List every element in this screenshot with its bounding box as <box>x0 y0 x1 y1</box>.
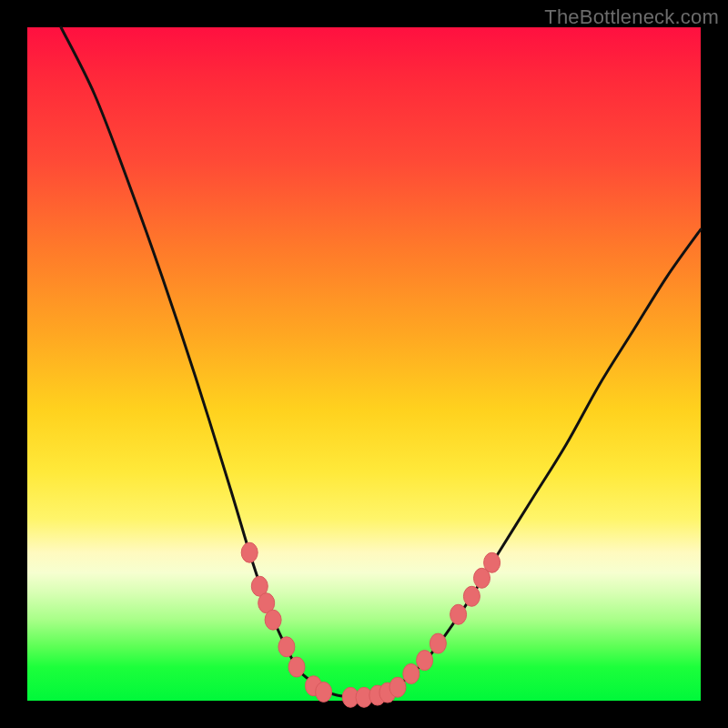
curve-marker <box>278 637 295 657</box>
watermark-text: TheBottleneck.com <box>544 5 719 29</box>
curve-marker <box>316 682 332 702</box>
curve-marker <box>288 657 305 677</box>
curve-marker <box>241 542 258 562</box>
curve-layer <box>61 27 701 698</box>
curve-marker <box>265 610 281 630</box>
plot-area <box>27 27 701 701</box>
curve-marker <box>430 633 446 653</box>
curve-marker <box>463 586 480 606</box>
curve-marker <box>417 651 433 671</box>
chart-frame: TheBottleneck.com <box>0 0 728 728</box>
curve-marker <box>484 552 500 572</box>
curve-marker <box>389 677 406 697</box>
bottleneck-curve <box>61 27 701 698</box>
marker-layer <box>241 542 500 707</box>
curve-marker <box>403 663 420 683</box>
curve-marker <box>450 604 467 624</box>
curve-svg <box>27 27 701 701</box>
